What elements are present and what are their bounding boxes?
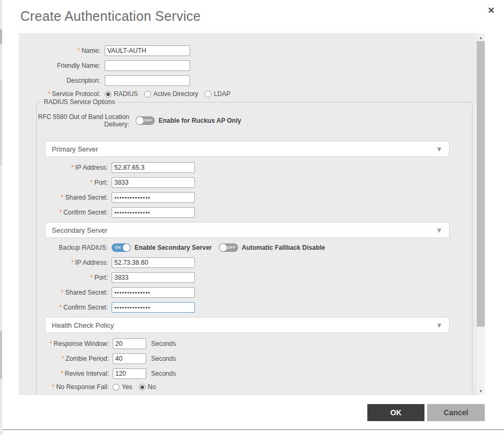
radius-service-options-group: RADIUS Service Options RFC 5580 Out of B… [36,102,472,395]
no-response-fail-row: * No Response Fail: Yes No [37,383,472,391]
radio-unselected-icon [144,91,151,98]
secondary-ip-input[interactable] [112,257,195,268]
protocol-option-label: RADIUS [114,90,138,98]
secondary-confirm-secret-label: * Confirm Secret: [37,304,108,311]
revive-interval-label: * Revive Interval: [37,370,109,377]
required-marker: * [61,194,64,201]
required-marker: * [90,179,93,186]
secondary-ip-label: * IP Address: [37,259,108,266]
name-input[interactable] [105,45,190,56]
friendly-name-field-row: Friendly Name: [19,60,477,71]
primary-ip-input[interactable] [112,162,195,173]
section-title: Secondary Server [52,226,107,234]
secondary-port-label: * Port: [37,274,108,281]
revive-interval-input[interactable] [113,368,146,379]
chevron-down-icon: ▼ [436,321,443,329]
automatic-fallback-description: Automatic Fallback Disable [242,244,325,251]
primary-ip-label: * IP Address: [37,164,108,171]
primary-confirm-secret-row: * Confirm Secret: [37,207,472,218]
primary-confirm-secret-input[interactable] [112,207,195,218]
description-label: Description: [19,77,100,84]
rfc5580-toggle[interactable]: OFF [136,116,155,125]
dialog-footer: OK Cancel [367,404,485,421]
response-window-unit: Seconds [151,340,176,347]
scroll-down-icon: ▼ [479,389,483,393]
description-input[interactable] [105,75,190,86]
secondary-confirm-secret-input[interactable] [112,302,195,313]
radio-unselected-icon [113,384,120,391]
primary-server-section-header[interactable]: Primary Server ▼ [45,141,450,157]
secondary-shared-secret-input[interactable] [112,287,195,298]
primary-port-label: * Port: [37,179,108,186]
secondary-ip-row: * IP Address: [37,257,472,268]
description-field-row: Description: [19,75,477,86]
backup-radius-row: Backup RADIUS: ON Enable Secondary Serve… [37,243,472,252]
required-marker: * [71,164,74,171]
secondary-confirm-secret-row: * Confirm Secret: [37,302,472,313]
primary-shared-secret-input[interactable] [112,192,195,203]
primary-port-input[interactable] [112,177,195,188]
no-response-option-label: No [148,383,156,391]
radio-selected-icon [105,91,112,98]
zombie-period-input[interactable] [113,353,146,364]
secondary-port-input[interactable] [112,272,195,283]
cancel-button[interactable]: Cancel [427,404,485,421]
automatic-fallback-toggle[interactable]: OFF [219,243,238,252]
chevron-down-icon: ▼ [436,145,443,153]
protocol-option-label: LDAP [214,90,230,98]
required-marker: * [61,370,64,377]
name-field-row: * Name: [19,45,477,56]
required-marker: * [77,47,80,54]
scroll-up-button[interactable]: ▲ [477,34,485,41]
form-scrollbar[interactable]: ▲ ▼ [477,33,485,395]
primary-ip-row: * IP Address: [37,162,472,173]
health-check-policy-section-header[interactable]: Health Check Policy ▼ [45,317,450,333]
section-title: Health Check Policy [52,321,114,329]
scrollbar-thumb[interactable] [477,41,485,327]
secondary-shared-secret-row: * Shared Secret: [37,287,472,298]
required-marker: * [59,304,62,311]
create-authentication-service-dialog: Create Authentication Service ✕ * Name: … [2,0,504,430]
protocol-option-radius[interactable]: RADIUS [105,90,138,98]
protocol-option-active-directory[interactable]: Active Directory [144,90,198,98]
scroll-up-icon: ▲ [479,36,483,39]
no-response-option-label: Yes [122,383,132,391]
radius-service-options-legend: RADIUS Service Options [41,98,117,106]
required-marker: * [50,340,52,347]
revive-interval-row: * Revive Interval: Seconds [37,368,472,379]
friendly-name-input[interactable] [105,60,190,71]
toggle-knob [136,117,144,124]
toggle-state-label: OFF [227,246,235,249]
no-response-fail-option-no[interactable]: No [139,383,156,391]
rfc5580-label: RFC 5580 Out of Band Location Delivery: [37,113,129,128]
required-marker: * [59,209,62,216]
friendly-name-label: Friendly Name: [19,62,100,69]
required-marker: * [61,289,64,296]
secondary-server-section-header[interactable]: Secondary Server ▼ [45,222,450,238]
secondary-port-row: * Port: [37,272,472,283]
secondary-shared-secret-label: * Shared Secret: [37,289,108,296]
enable-secondary-server-toggle[interactable]: ON [112,243,131,252]
dialog-title: Create Authentication Service [20,9,201,24]
toggle-knob [219,244,227,251]
no-response-fail-option-yes[interactable]: Yes [113,383,132,391]
response-window-row: * Response Window: Seconds [37,338,472,349]
close-icon[interactable]: ✕ [485,5,497,17]
primary-shared-secret-label: * Shared Secret: [37,194,108,201]
toggle-knob [123,244,130,251]
toggle-state-label: OFF [144,118,152,122]
ok-button[interactable]: OK [367,404,424,421]
radio-selected-icon [139,384,146,391]
no-response-fail-label: * No Response Fail: [37,383,109,391]
toggle-state-label: ON [115,246,121,249]
screen: Create Authentication Service ✕ * Name: … [0,0,504,435]
scroll-down-button[interactable]: ▼ [477,387,485,394]
protocol-option-ldap[interactable]: LDAP [204,90,230,98]
name-label: * Name: [19,47,100,54]
section-title: Primary Server [52,145,98,153]
response-window-input[interactable] [113,338,146,349]
protocol-option-label: Active Directory [153,90,198,98]
service-protocol-label: * Service Protocol: [19,90,100,98]
radio-unselected-icon [204,91,211,98]
zombie-period-label: * Zombie Period: [37,355,109,362]
